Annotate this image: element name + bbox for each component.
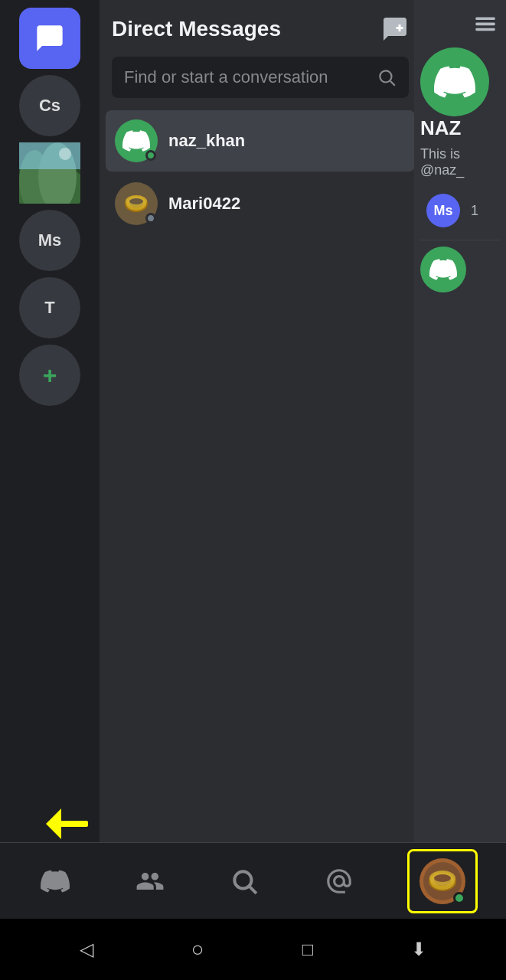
friends-icon — [135, 867, 165, 896]
right-panel-avatar — [420, 47, 489, 116]
avatar-wrap-mari0422 — [115, 182, 158, 225]
nav-avatar-wrap — [419, 858, 465, 904]
search-placeholder: Find or start a conversation — [124, 67, 328, 87]
dm-header: Direct Messages — [100, 0, 421, 51]
android-recent-button[interactable]: □ — [302, 939, 314, 960]
android-download-button[interactable]: ⬇ — [411, 939, 426, 960]
mentions-icon — [325, 867, 354, 896]
nav-avatar-status-dot — [453, 892, 465, 904]
new-dm-icon[interactable] — [381, 15, 409, 43]
sidebar-item-add[interactable]: + — [19, 345, 80, 406]
conv-name-naz-khan: naz_khan — [168, 131, 245, 151]
search-bar[interactable]: Find or start a conversation — [112, 57, 409, 98]
svg-point-17 — [235, 871, 252, 888]
nav-item-friends[interactable] — [126, 861, 174, 902]
android-home-button[interactable]: ○ — [191, 937, 204, 962]
right-panel-divider — [420, 240, 500, 240]
sidebar-item-ms[interactable]: Ms — [19, 210, 80, 271]
svg-point-13 — [129, 198, 143, 204]
svg-point-5 — [59, 148, 71, 160]
nav-item-home[interactable] — [31, 861, 79, 902]
arrow-indicator — [36, 808, 88, 839]
svg-rect-15 — [475, 23, 495, 26]
svg-line-18 — [250, 887, 257, 893]
conversation-item-mari0422[interactable]: Mari0422 — [106, 173, 415, 234]
svg-rect-24 — [57, 821, 88, 827]
status-offline-mari0422 — [145, 213, 156, 224]
android-back-button[interactable]: ◁ — [80, 939, 93, 960]
right-panel-desc: This is @naz_ — [414, 140, 506, 185]
avatar-wrap-naz-khan — [115, 119, 158, 162]
sidebar-item-landscape[interactable] — [19, 142, 80, 204]
android-nav: ◁ ○ □ ⬇ — [0, 919, 506, 980]
status-online-naz-khan — [145, 150, 156, 161]
conversation-list: naz_khan Mari0422 — [100, 107, 421, 919]
svg-rect-14 — [475, 18, 495, 21]
dm-title: Direct Messages — [112, 17, 281, 41]
nav-item-mentions[interactable] — [315, 861, 363, 902]
sidebar-item-t[interactable]: T — [19, 277, 80, 338]
dm-header-actions — [381, 15, 409, 43]
svg-line-9 — [390, 81, 395, 86]
sidebar-item-cs[interactable]: Cs — [19, 75, 80, 136]
right-panel-ms-badge: Ms — [426, 194, 460, 227]
svg-rect-16 — [475, 28, 495, 31]
svg-point-8 — [380, 70, 391, 82]
conv-name-mari0422: Mari0422 — [168, 194, 240, 214]
search-nav-icon — [230, 867, 259, 896]
svg-rect-4 — [19, 142, 80, 169]
svg-marker-25 — [46, 808, 61, 839]
hamburger-icon[interactable] — [472, 11, 498, 37]
nav-item-search[interactable] — [220, 861, 268, 902]
bottom-nav — [0, 842, 506, 919]
right-panel-name: NAZ — [414, 116, 506, 140]
svg-point-23 — [434, 874, 451, 882]
right-panel-discord-icon — [420, 247, 466, 292]
search-icon — [377, 67, 397, 87]
server-sidebar: Cs Ms T + — [0, 0, 100, 919]
dm-panel: Direct Messages Find or start a conversa… — [100, 0, 421, 919]
nav-item-profile[interactable] — [410, 852, 475, 910]
right-panel-ms-number: 1 — [471, 203, 478, 219]
home-discord-icon — [41, 867, 70, 896]
conversation-item-naz-khan[interactable]: naz_khan — [106, 110, 415, 172]
right-panel: NAZ This is @naz_ Ms 1 — [414, 0, 506, 919]
sidebar-item-dm[interactable] — [19, 8, 80, 69]
